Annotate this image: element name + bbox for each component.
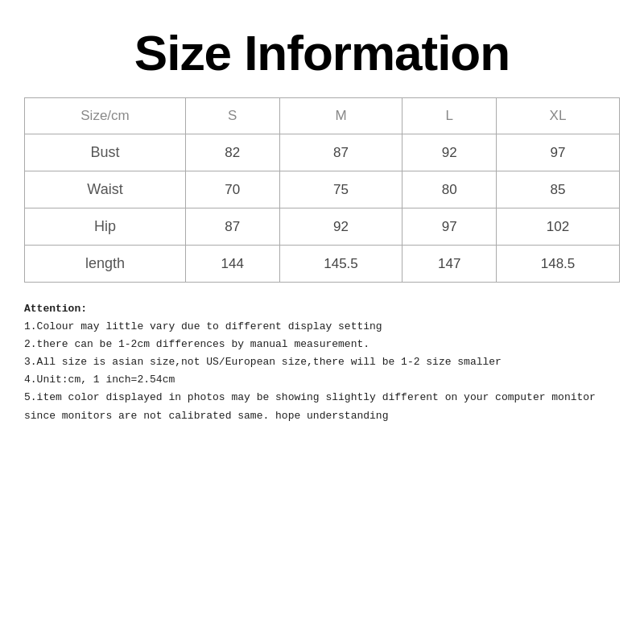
row-label-length: length [25, 246, 186, 283]
cell-hip-0: 87 [186, 208, 280, 246]
cell-length-1: 145.5 [279, 246, 402, 283]
cell-length-3: 148.5 [497, 246, 620, 283]
cell-waist-3: 85 [497, 171, 620, 208]
row-label-bust: Bust [25, 134, 186, 171]
size-label-header: Size/cm [25, 98, 186, 134]
cell-bust-3: 97 [497, 134, 620, 171]
cell-length-0: 144 [186, 246, 280, 283]
page-title: Size Information [24, 24, 620, 81]
cell-waist-2: 80 [402, 171, 497, 208]
cell-bust-0: 82 [186, 134, 280, 171]
notes-item-1: 1.Colour may little vary due to differen… [24, 318, 620, 336]
notes-item-2: 2.there can be 1-2cm differences by manu… [24, 336, 620, 353]
row-label-hip: Hip [25, 208, 186, 246]
table-row: Bust82879297 [25, 134, 620, 171]
col-m: M [279, 98, 402, 134]
table-row: length144145.5147148.5 [25, 246, 620, 283]
notes-section: Attention: 1.Colour may little vary due … [24, 300, 620, 425]
col-l: L [402, 98, 497, 134]
cell-hip-2: 97 [402, 208, 497, 246]
notes-list: 1.Colour may little vary due to differen… [24, 318, 620, 425]
notes-item-5: 5.item color displayed in photos may be … [24, 389, 620, 424]
size-table: Size/cm S M L XL Bust82879297Waist707580… [24, 97, 620, 283]
notes-title: Attention: [24, 303, 87, 315]
table-header-row: Size/cm S M L XL [25, 98, 620, 134]
notes-item-4: 4.Unit:cm, 1 inch=2.54cm [24, 371, 620, 389]
cell-waist-0: 70 [186, 171, 280, 208]
col-s: S [186, 98, 280, 134]
cell-hip-3: 102 [497, 208, 620, 246]
cell-hip-1: 92 [279, 208, 402, 246]
cell-bust-1: 87 [279, 134, 402, 171]
cell-bust-2: 92 [402, 134, 497, 171]
row-label-waist: Waist [25, 171, 186, 208]
cell-length-2: 147 [402, 246, 497, 283]
page-container: Size Information Size/cm S M L XL Bust82… [0, 0, 644, 644]
table-row: Waist70758085 [25, 171, 620, 208]
cell-waist-1: 75 [279, 171, 402, 208]
col-xl: XL [497, 98, 620, 134]
table-row: Hip879297102 [25, 208, 620, 246]
notes-item-3: 3.All size is asian size,not US/European… [24, 353, 620, 371]
